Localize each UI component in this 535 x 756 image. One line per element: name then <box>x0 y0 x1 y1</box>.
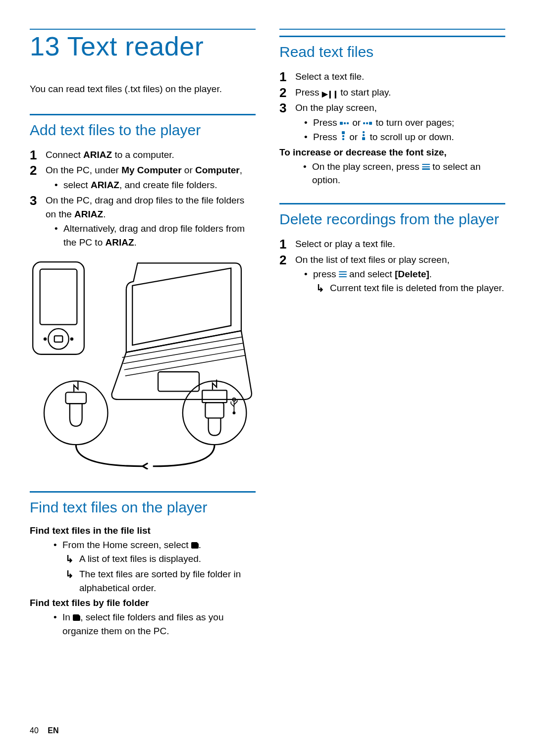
read-steps: Select a text file. Press ▶❙❙ to start p… <box>279 70 505 144</box>
page-rule <box>279 29 505 30</box>
find-result-2: The text files are sorted by file folder… <box>62 567 256 595</box>
menu-icon <box>339 271 347 278</box>
delete-step-2: On the list of text files or play screen… <box>279 253 505 295</box>
page-lang: EN <box>48 726 58 735</box>
svg-line-7 <box>122 337 243 357</box>
delete-step-1: Select or play a text file. <box>279 237 505 251</box>
find-sub1: Find text files in the file list <box>30 525 256 536</box>
svg-rect-13 <box>66 393 86 404</box>
add-steps: Connect ARIAZ to a computer. On the PC, … <box>30 148 256 250</box>
svg-point-11 <box>44 381 108 445</box>
find-sub2: Find text files by file folder <box>30 598 256 608</box>
up-nav-icon <box>340 131 347 141</box>
svg-rect-1 <box>40 269 77 325</box>
section-read-title: Read text files <box>279 43 505 61</box>
page-rule <box>30 29 256 30</box>
svg-rect-3 <box>54 336 63 342</box>
svg-rect-6 <box>158 372 199 391</box>
font-size-bullet: On the play screen, press to select an o… <box>301 160 505 187</box>
section-add-title: Add text files to the player <box>30 121 256 139</box>
page-number: 40 <box>30 726 39 735</box>
read-bullet-1: Press or to turn over pages; <box>302 116 505 130</box>
chapter-title-text: Text reader <box>67 31 204 61</box>
step-3-sub: Alternatively, drag and drop file folder… <box>53 222 256 249</box>
delete-bullet-1: press and select [Delete]. Current text … <box>302 267 505 295</box>
menu-icon <box>422 164 430 170</box>
svg-point-4 <box>44 338 46 340</box>
section-find-title: Find text files on the player <box>30 499 256 516</box>
page-footer: 40 EN <box>30 726 58 735</box>
read-bullet-2: Press or to scroll up or down. <box>302 130 505 144</box>
step-2-sub: select ARIAZ, and create file folders. <box>53 178 256 192</box>
delete-result: Current text file is deleted from the pl… <box>313 281 505 295</box>
find-result-1: A list of text files is displayed. <box>62 552 256 566</box>
find-bullet-2: In , select file folders and files as yo… <box>52 610 256 638</box>
svg-rect-14 <box>202 391 227 403</box>
svg-rect-15 <box>205 403 223 418</box>
play-pause-icon: ▶❙❙ <box>322 89 338 100</box>
delete-steps: Select or play a text file. On the list … <box>279 237 505 295</box>
section-rule <box>30 114 256 115</box>
step-1: Connect ARIAZ to a computer. <box>30 148 256 162</box>
read-step-1: Select a text file. <box>279 70 505 84</box>
right-nav-icon <box>363 120 373 127</box>
step-2: On the PC, under My Computer or Computer… <box>30 163 256 192</box>
chapter-number: 13 <box>30 31 60 61</box>
read-step-2: Press ▶❙❙ to start play. <box>279 86 505 100</box>
step-3: On the PC, drag and drop files to the fi… <box>30 194 256 249</box>
svg-point-2 <box>48 329 68 349</box>
section-rule <box>279 36 505 37</box>
section-rule <box>30 491 256 493</box>
svg-point-5 <box>71 338 73 340</box>
intro-text: You can read text files (.txt files) on … <box>30 82 256 96</box>
svg-line-10 <box>125 355 246 376</box>
svg-point-16 <box>233 412 235 414</box>
svg-line-8 <box>123 343 244 363</box>
section-rule <box>279 203 505 204</box>
connection-illustration <box>30 259 256 469</box>
down-nav-icon <box>360 131 367 141</box>
svg-line-9 <box>124 350 245 370</box>
read-step-3: On the play screen, Press or to turn ove… <box>279 101 505 144</box>
left-nav-icon <box>340 120 350 127</box>
text-file-icon <box>73 614 80 621</box>
chapter-title: 13 Text reader <box>30 31 256 61</box>
text-file-icon <box>191 542 199 549</box>
section-delete-title: Delete recordings from the player <box>279 210 505 228</box>
font-size-sub: To increase or decrease the font size, <box>279 147 505 158</box>
find-bullet-1: From the Home screen, select . A list of… <box>52 538 256 595</box>
